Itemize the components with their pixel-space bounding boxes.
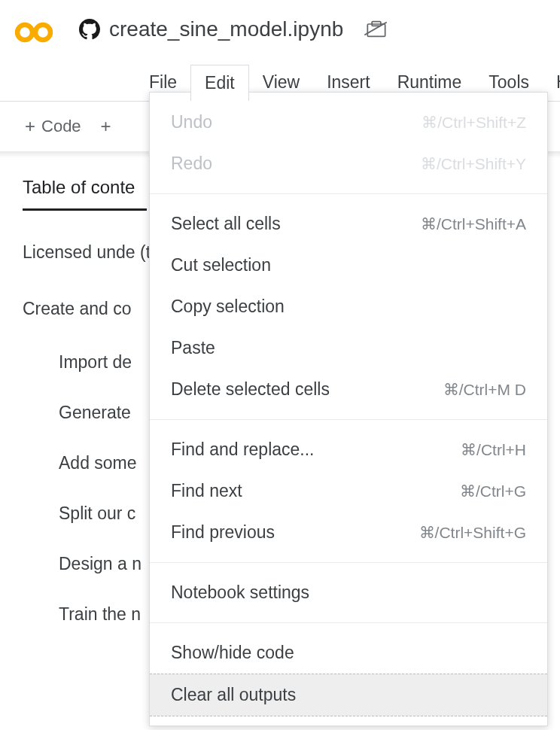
colab-logo bbox=[15, 21, 53, 59]
menu-item-label: Show/hide code bbox=[171, 643, 294, 663]
menu-item-show-hide-code[interactable]: Show/hide code bbox=[150, 632, 547, 674]
plus-icon: + bbox=[101, 116, 111, 137]
notebook-title[interactable]: create_sine_model.ipynb bbox=[109, 17, 343, 41]
menu-item-label: Copy selection bbox=[171, 297, 285, 317]
menu-item-shortcut: ⌘/Ctrl+Shift+Z bbox=[422, 114, 526, 132]
menu-item-clear-all-outputs[interactable]: Clear all outputs bbox=[150, 674, 547, 716]
menu-item-label: Find previous bbox=[171, 522, 275, 543]
menu-item-delete-selected-cells[interactable]: Delete selected cells⌘/Ctrl+M D bbox=[150, 369, 547, 410]
menu-item-find-previous[interactable]: Find previous⌘/Ctrl+Shift+G bbox=[150, 512, 547, 553]
menu-item-cut-selection[interactable]: Cut selection bbox=[150, 245, 547, 286]
svg-point-0 bbox=[17, 25, 32, 40]
menu-item-shortcut: ⌘/Ctrl+Shift+G bbox=[419, 524, 526, 542]
menu-item-paste[interactable]: Paste bbox=[150, 327, 547, 369]
menu-item-label: Select all cells bbox=[171, 214, 281, 234]
drive-disabled-icon bbox=[366, 19, 387, 40]
menu-item-redo: Redo⌘/Ctrl+Shift+Y bbox=[150, 143, 547, 184]
add-code-button[interactable]: + Code bbox=[19, 113, 87, 140]
menu-item-label: Clear all outputs bbox=[171, 685, 296, 705]
plus-icon: + bbox=[25, 116, 35, 137]
title-area: create_sine_model.ipynb bbox=[79, 17, 387, 47]
menu-item-label: Notebook settings bbox=[171, 582, 309, 603]
header: create_sine_model.ipynb bbox=[0, 0, 560, 59]
menu-item-label: Undo bbox=[171, 112, 212, 132]
menu-item-shortcut: ⌘/Ctrl+Shift+A bbox=[421, 215, 526, 233]
add-text-button[interactable]: + bbox=[95, 113, 117, 140]
menu-item-shortcut: ⌘/Ctrl+H bbox=[461, 441, 526, 459]
menu-item-label: Find and replace... bbox=[171, 440, 315, 460]
menu-item-undo: Undo⌘/Ctrl+Shift+Z bbox=[150, 102, 547, 143]
menu-item-find-next[interactable]: Find next⌘/Ctrl+G bbox=[150, 470, 547, 512]
github-icon bbox=[79, 19, 100, 40]
menu-item-find-and-replace-[interactable]: Find and replace...⌘/Ctrl+H bbox=[150, 429, 547, 470]
menu-item-shortcut: ⌘/Ctrl+M D bbox=[443, 381, 526, 399]
menu-item-label: Find next bbox=[171, 481, 242, 501]
menu-item-shortcut: ⌘/Ctrl+Shift+Y bbox=[421, 155, 526, 173]
edit-menu-dropdown: Undo⌘/Ctrl+Shift+ZRedo⌘/Ctrl+Shift+YSele… bbox=[149, 92, 548, 726]
menu-item-label: Delete selected cells bbox=[171, 379, 330, 400]
menu-item-notebook-settings[interactable]: Notebook settings bbox=[150, 572, 547, 613]
add-code-label: Code bbox=[41, 117, 81, 136]
menu-item-label: Cut selection bbox=[171, 255, 271, 275]
menu-item-copy-selection[interactable]: Copy selection bbox=[150, 286, 547, 327]
svg-point-1 bbox=[35, 25, 50, 40]
menu-item-select-all-cells[interactable]: Select all cells⌘/Ctrl+Shift+A bbox=[150, 203, 547, 245]
toc-title: Table of conte bbox=[23, 166, 147, 211]
menu-item-shortcut: ⌘/Ctrl+G bbox=[460, 482, 526, 500]
menu-item-label: Redo bbox=[171, 154, 212, 174]
menu-item-label: Paste bbox=[171, 338, 215, 358]
menu-edit[interactable]: Edit bbox=[190, 65, 249, 101]
